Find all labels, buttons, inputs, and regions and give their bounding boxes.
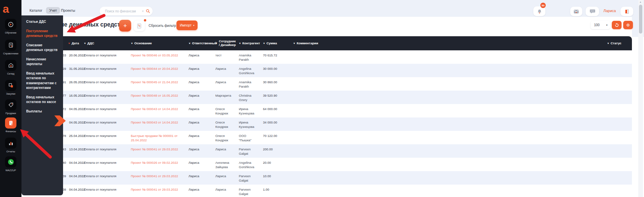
sidebar-item-label: Склад xyxy=(7,72,14,75)
sort-chevron-icon: ∨ xyxy=(84,42,86,44)
nav-item-catalog[interactable]: Каталог xyxy=(30,8,42,12)
menu-item[interactable]: Ввод начальных остатков по кассе xyxy=(26,95,58,105)
cell-basis[interactable]: Проект № 000043 от 14.04.2022 xyxy=(131,107,189,111)
sidebar-item-book[interactable]: Справочники xyxy=(0,40,21,55)
current-user-name[interactable]: Лариса xyxy=(603,9,616,13)
app-window: Каталог Учет Проекты × 50 Лариса Поступл… xyxy=(0,0,644,197)
logout-button[interactable] xyxy=(621,7,633,16)
sidebar-item-label: Закупки xyxy=(6,92,15,95)
scrollbar-thumb[interactable] xyxy=(639,5,642,34)
sort-chevron-icon: ∨ xyxy=(131,42,133,44)
table-row[interactable]: 7716.05.2022Оплата от покупателяПроект №… xyxy=(21,91,632,104)
cell-basis[interactable]: Проект № 000026 от 09.02.2022 xyxy=(131,160,189,165)
app-logo[interactable]: a xyxy=(0,0,21,17)
mail-button[interactable] xyxy=(570,7,582,16)
cell-amount: 70 615.72 xyxy=(263,53,293,57)
menu-item[interactable]: Выплаты xyxy=(26,109,58,114)
nav-item-projects[interactable]: Проекты xyxy=(61,8,75,12)
filter-settings-button[interactable] xyxy=(133,20,145,31)
menu-item[interactable]: Статьи ДДС xyxy=(26,19,58,24)
cell-responsible: Лариса xyxy=(189,187,215,192)
table-row[interactable]: 7204.05.2022Оплата от покупателяПроект №… xyxy=(21,104,632,117)
menu-item[interactable]: Списание денежных средств xyxy=(26,43,58,53)
page-size-value: 100 xyxy=(594,23,600,27)
sidebar-item-chart[interactable]: Отчеты xyxy=(0,138,21,153)
sidebar-item-warehouse[interactable]: Склад xyxy=(0,60,21,75)
cell-basis[interactable]: Проект № 000048 от 16.05.2022 xyxy=(131,93,189,98)
cell-basis[interactable]: Проект № 000041 от 29.03.2022 xyxy=(131,174,189,178)
column-header-dds[interactable]: ∨ДДС xyxy=(84,42,131,45)
menu-item[interactable]: Начисление зарплаты xyxy=(26,57,58,67)
table-row[interactable]: 9126.05.2022Оплата от покупателяПроект №… xyxy=(21,77,632,91)
cell-employee: Лариса xyxy=(215,80,239,84)
sidebar-item-play[interactable]: Обучение xyxy=(0,19,21,34)
column-header-basis[interactable]: ∨Основание xyxy=(131,42,189,45)
table-row[interactable]: 3804.04.2022Оплата от покупателяПроект №… xyxy=(21,185,632,197)
column-header-date[interactable]: ∨Дата xyxy=(68,42,84,45)
menu-item[interactable]: Ввод начальных остатков по взаиморасчета… xyxy=(26,71,58,91)
table-row[interactable]: 7825.04.2022Оплата от покупателяБыстрые … xyxy=(21,131,632,144)
sidebar-item-purchases[interactable]: Закупки xyxy=(0,80,21,95)
reset-filter-button[interactable]: Сбросить фильтр xyxy=(149,24,176,28)
cell-contragent: Christina Ozery xyxy=(239,93,263,102)
cell-basis[interactable]: Проект № 000046 от 03.05.2022 xyxy=(131,53,189,57)
sidebar-item-finance[interactable]: Финансы xyxy=(0,117,21,133)
cell-employee: Лариса xyxy=(215,66,239,71)
cell-amount: 30 860.00 xyxy=(263,80,293,84)
table-row[interactable]: 2931.05.2022Оплата от покупателяПроект №… xyxy=(21,64,632,77)
sidebar-item-label: Отчеты xyxy=(6,150,15,153)
search-box[interactable]: × xyxy=(100,7,153,15)
add-record-button[interactable]: + xyxy=(119,20,131,32)
sort-chevron-icon: ∨ xyxy=(607,42,609,44)
cell-dds: Оплата от покупателя xyxy=(84,120,131,125)
settings-button[interactable]: ⚙ xyxy=(623,21,633,29)
search-icon[interactable] xyxy=(146,9,150,13)
column-header-responsible[interactable]: ∨Ответственный xyxy=(189,42,215,45)
sort-chevron-icon: ∨ xyxy=(263,42,265,44)
table-row[interactable]: 3904.04.2022Оплата от покупателяПроект №… xyxy=(21,171,632,185)
column-header-comment[interactable]: ∨Комментарии xyxy=(293,42,598,45)
search-input[interactable] xyxy=(104,9,141,13)
cell-basis[interactable]: Проект № 000043 от 14.04.2022 xyxy=(131,120,189,125)
refresh-button[interactable] xyxy=(612,21,622,29)
menu-item[interactable]: Поступление денежных средств xyxy=(26,29,58,39)
cell-contragent: ООО "Пышка" xyxy=(239,134,263,143)
cell-contragent: Ирина Кузнецова xyxy=(239,120,263,129)
table-row[interactable]: 04.05.2022Оплата от покупателяПроект № 0… xyxy=(21,117,632,131)
cell-amount: 1.00 xyxy=(263,187,293,192)
finance-icon xyxy=(5,117,16,129)
clear-search-icon[interactable]: × xyxy=(142,9,144,13)
cell-amount: 20.00 xyxy=(263,160,293,165)
cell-basis[interactable]: Проект № 000044 от 20.04.2022 xyxy=(131,66,189,71)
column-header-label: Сотрудник / Дизайнер xyxy=(219,40,236,47)
column-header-contragent[interactable]: ∨Контрагент xyxy=(239,42,263,45)
gear-icon: ⚙ xyxy=(626,23,630,28)
finance-dropdown-menu: Статьи ДДСПоступление денежных средствСп… xyxy=(21,15,63,195)
cell-contragent: Ирина Кузнецова xyxy=(239,107,263,116)
cell-basis[interactable]: Быстрые продажи № 000001 от 25.04.2022 xyxy=(131,134,189,143)
table-row[interactable]: 3320.06.2022Оплата от покупателяПроект №… xyxy=(21,50,632,64)
cell-date: 04.04.2022 xyxy=(68,187,84,192)
column-header-amount[interactable]: ∨Сумма xyxy=(263,42,293,45)
cell-basis[interactable]: Проект № 000041 от 29.03.2022 xyxy=(131,147,189,151)
table-row[interactable]: 4313.04.2022Оплата от покупателяПроект №… xyxy=(21,144,632,158)
mail-icon xyxy=(574,9,579,14)
cell-contragent: Anamika Parakh xyxy=(239,53,263,62)
chevron-down-icon: ▾ xyxy=(606,24,607,27)
cell-basis[interactable]: Проект № 000045 от 21.04.2022 xyxy=(131,80,189,84)
nav-item-uchet-active[interactable]: Учет xyxy=(46,7,60,14)
chat-button[interactable] xyxy=(586,7,599,16)
cell-basis[interactable]: Проект № 000041 от 29.03.2022 xyxy=(131,187,189,192)
scrollbar-up-arrow[interactable]: ▲ xyxy=(639,1,642,3)
import-button[interactable]: Импорт ▾ xyxy=(176,20,198,30)
table-row[interactable]: 4004.04.2022Оплата от покупателяПроект №… xyxy=(21,158,632,171)
column-header-employee[interactable]: ∨Сотрудник / Дизайнер xyxy=(215,40,239,47)
records-table: ∨Дата∨ДДС∨Основание∨Ответственный∨Сотруд… xyxy=(21,36,632,197)
sidebar-item-whatsapp[interactable]: WAZZUP xyxy=(0,156,21,172)
cell-employee: Лариса xyxy=(215,147,239,151)
sidebar-item-tag[interactable]: Продажи xyxy=(0,99,21,115)
page-size-select[interactable]: 100 ▾ xyxy=(591,21,610,29)
column-header-status[interactable]: ∨Статус xyxy=(598,42,632,45)
sort-chevron-icon: ∨ xyxy=(189,42,191,44)
chevron-down-icon: ▾ xyxy=(193,24,195,27)
